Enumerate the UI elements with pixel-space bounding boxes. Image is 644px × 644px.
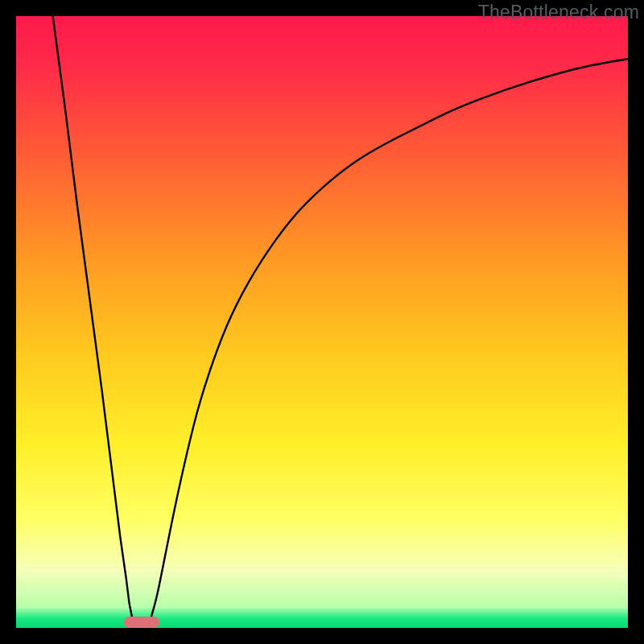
plot-area: [16, 16, 628, 628]
heat-gradient-background: [16, 16, 628, 628]
chart-stage: TheBottleneck.com: [0, 0, 644, 644]
watermark-text: TheBottleneck.com: [478, 2, 639, 23]
